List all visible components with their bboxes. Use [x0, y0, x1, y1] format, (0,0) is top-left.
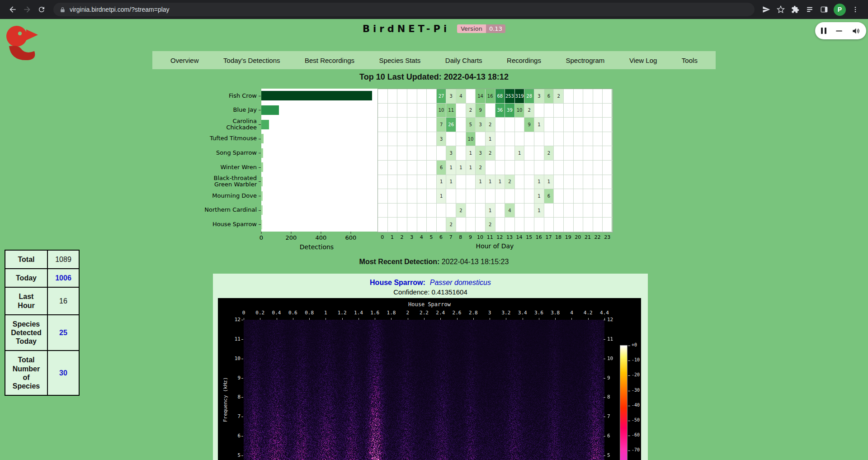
- heat-cell: [505, 161, 515, 175]
- heat-cell: [456, 175, 466, 190]
- nav-item-spectrogram[interactable]: Spectrogram: [566, 57, 604, 64]
- stats-value-link[interactable]: 30: [47, 351, 79, 395]
- time-tick-label: 3.4: [518, 310, 527, 316]
- heat-cell: [486, 189, 495, 204]
- bookmark-star-icon[interactable]: [774, 2, 788, 17]
- heat-cell: [544, 118, 554, 132]
- heat-cell: [407, 146, 417, 161]
- profile-avatar[interactable]: P: [834, 4, 846, 16]
- heat-cell: 3: [446, 89, 456, 104]
- heat-cell: [603, 118, 613, 132]
- time-tick-mark: [555, 318, 556, 320]
- browser-chrome: virginia.birdnetpi.com/?stream=play P: [0, 0, 868, 19]
- pause-icon[interactable]: [821, 28, 826, 34]
- address-bar[interactable]: virginia.birdnetpi.com/?stream=play: [53, 3, 755, 16]
- species-tick-mark: [259, 196, 261, 196]
- colorbar-tick-mark: [628, 375, 630, 376]
- hour-tick-label: 9: [469, 234, 472, 240]
- heat-cell: 9: [524, 118, 534, 132]
- nav-item-daily-charts[interactable]: Daily Charts: [445, 57, 482, 64]
- heat-cell: [534, 218, 544, 232]
- freq-tick-mark: [604, 339, 605, 340]
- heat-cell: [593, 104, 603, 118]
- side-panel-icon[interactable]: [817, 2, 831, 17]
- heat-cell: [593, 89, 603, 104]
- bar-fish-crow: [261, 91, 372, 100]
- hour-tick-label: 21: [585, 234, 591, 240]
- heat-cell: [427, 218, 437, 232]
- heat-cell: 4: [456, 89, 466, 104]
- extensions-icon[interactable]: [788, 2, 802, 17]
- recent-label: Most Recent Detection:: [359, 258, 440, 266]
- nav-item-tools[interactable]: Tools: [682, 57, 698, 64]
- species-tick-mark: [259, 139, 261, 139]
- nav-item-recordings[interactable]: Recordings: [507, 57, 541, 64]
- species-link[interactable]: House Sparrow:Passer domesticus: [370, 279, 491, 286]
- back-icon[interactable]: [5, 2, 20, 17]
- extension-icon[interactable]: [802, 2, 817, 17]
- heat-cell: 39: [505, 104, 515, 118]
- colorbar-tick-mark: [628, 391, 630, 391]
- volume-icon[interactable]: [852, 27, 860, 35]
- heat-cell: 2: [544, 146, 554, 161]
- hour-tick-label: 17: [545, 234, 552, 240]
- heat-cell: [564, 104, 574, 118]
- nav-item-view-log[interactable]: View Log: [629, 57, 657, 64]
- heat-cell: [554, 175, 564, 190]
- stats-row-today: Today1006: [5, 269, 79, 287]
- hour-tick-label: 20: [575, 234, 581, 240]
- heat-cell: [378, 175, 388, 190]
- time-tick-label: 0.8: [305, 310, 314, 316]
- heat-cell: 1: [534, 204, 544, 218]
- send-icon[interactable]: [759, 2, 774, 17]
- heat-cell: [427, 161, 437, 175]
- freq-tick-mark: [241, 339, 243, 340]
- time-tick-mark: [457, 318, 458, 320]
- stats-label: Today: [5, 269, 47, 287]
- top10-chart: 0200400600Detections27341416682533192836…: [261, 89, 612, 232]
- species-label-winter-wren: Winter Wren: [220, 160, 257, 175]
- time-tick-label: 2: [406, 310, 409, 316]
- heat-cell: [583, 161, 593, 175]
- forward-icon[interactable]: [20, 2, 34, 17]
- heat-cell: [515, 161, 525, 175]
- nav-item-today-s-detections[interactable]: Today's Detections: [223, 57, 280, 64]
- freq-tick-mark: [604, 455, 605, 456]
- bar-house-sparrow: [261, 220, 262, 229]
- confidence-label: Confidence:: [393, 288, 429, 296]
- reload-icon[interactable]: [34, 2, 49, 17]
- heat-cell: [427, 189, 437, 204]
- heat-cell: 1: [534, 189, 544, 204]
- detection-panel: House Sparrow:Passer domesticus Confiden…: [213, 274, 648, 460]
- menu-icon[interactable]: [848, 2, 863, 17]
- heat-cell: [397, 132, 407, 147]
- heat-cell: [583, 132, 593, 147]
- heat-cell: 10: [437, 104, 447, 118]
- heat-cell: 2: [466, 104, 476, 118]
- confidence-line: Confidence: 0.41351604: [213, 288, 648, 296]
- freq-tick-label: 6: [607, 433, 610, 439]
- heat-cell: [603, 89, 613, 104]
- heat-cell: [378, 132, 388, 147]
- bar-x-tick-mark: [261, 232, 262, 234]
- stats-value-link[interactable]: 1006: [47, 269, 79, 287]
- nav-item-overview[interactable]: Overview: [170, 57, 199, 64]
- heat-cell: [417, 132, 427, 147]
- heat-cell: [456, 146, 466, 161]
- stats-value-link[interactable]: 25: [47, 315, 79, 351]
- heat-cell: [407, 89, 417, 104]
- heat-cell: [583, 189, 593, 204]
- heat-cell: [515, 132, 525, 147]
- top10-heading: Top 10 Last Updated: 2022-04-13 18:12: [0, 72, 868, 82]
- heat-cell: 10: [466, 132, 476, 147]
- freq-tick-mark: [604, 378, 605, 379]
- heat-cell: [524, 161, 534, 175]
- seek-dash-icon[interactable]: [836, 30, 842, 32]
- nav-item-species-stats[interactable]: Species Stats: [379, 57, 421, 64]
- nav-item-best-recordings[interactable]: Best Recordings: [305, 57, 354, 64]
- time-tick-label: 3.2: [501, 310, 510, 316]
- bar-black-throated-green-warbler: [261, 177, 263, 186]
- heat-cell: [378, 189, 388, 204]
- heat-cell: [524, 132, 534, 147]
- bar-x-tick-label: 0: [259, 234, 263, 241]
